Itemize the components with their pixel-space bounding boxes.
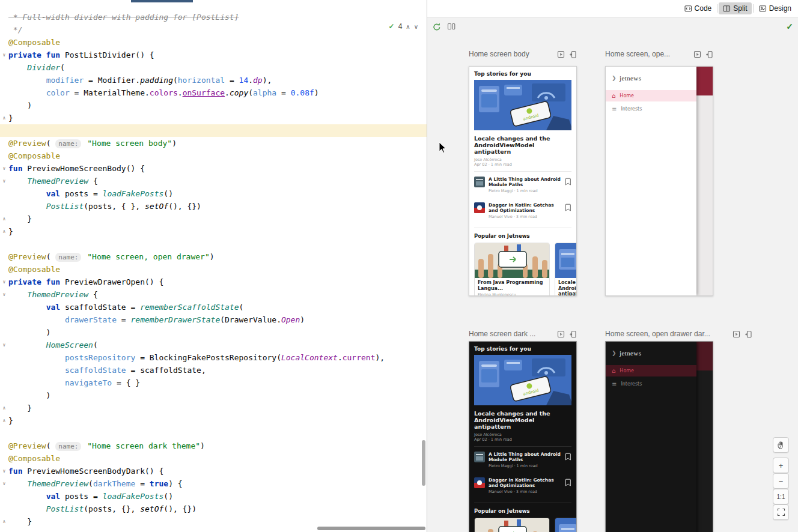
next-highlight-button[interactable]: ∨ — [414, 23, 418, 30]
code-line[interactable]: ∨ ThemedPreview { — [0, 288, 427, 301]
code-line[interactable]: navigateTo = { } — [0, 376, 427, 389]
code-line[interactable]: ∧} — [0, 225, 427, 238]
article-item: Dagger in Kotlin: Gotchas and Optimizati… — [474, 473, 571, 498]
code-line[interactable]: ∧ } — [0, 402, 427, 414]
code-line[interactable]: ) — [0, 99, 427, 112]
deploy-preview-icon[interactable] — [705, 50, 713, 58]
preview-canvas[interactable]: Home screen body Home screen, ope... Hom… — [427, 35, 798, 532]
fold-marker[interactable]: ∨ — [0, 276, 8, 288]
code-line[interactable]: ∧ } — [0, 515, 427, 528]
preview-card-open-drawer-dark[interactable]: ❯ jetnews ⌂ Home ≡ Interests — [605, 341, 713, 532]
active-file-tab-indicator[interactable] — [131, 0, 193, 2]
fold-marker[interactable]: ∨ — [0, 49, 8, 61]
view-mode-design[interactable]: Design — [755, 2, 796, 14]
fold-marker[interactable]: ∨ — [0, 162, 8, 175]
fold-marker[interactable]: ∧ — [0, 213, 8, 225]
preview-label-row: Home screen, open drawer dar... — [605, 329, 752, 339]
view-mode-separator — [717, 4, 717, 13]
popular-section-title: Popular on Jetnews — [474, 233, 571, 239]
interactive-preview-icon[interactable] — [733, 330, 740, 338]
code-line[interactable] — [0, 124, 427, 137]
zoom-ratio-button[interactable]: 1:1 — [773, 489, 789, 504]
interactive-preview-icon[interactable] — [693, 50, 701, 58]
code-line[interactable]: @Preview( name: "Home screen, open drawe… — [0, 250, 427, 263]
inspection-widget[interactable]: ✓ 4 ∧ ∨ — [386, 22, 421, 31]
fold-marker[interactable]: ∨ — [0, 477, 8, 490]
code-line[interactable]: val scaffoldState = rememberScaffoldStat… — [0, 301, 427, 313]
fold-marker[interactable]: ∨ — [0, 339, 8, 351]
interactive-preview-icon[interactable] — [557, 50, 565, 58]
code-line[interactable]: ∨private fun PostListDivider() { — [0, 49, 427, 61]
layout-options-icon[interactable] — [447, 22, 455, 31]
code-line[interactable] — [0, 427, 427, 440]
code-line[interactable]: * Full-width divider with padding for [P… — [0, 11, 427, 23]
code-line[interactable]: val posts = loadFakePosts() — [0, 187, 427, 200]
popular-card-author: Florina Muntenescu — [475, 292, 549, 296]
code-line[interactable]: drawerState = rememberDrawerState(Drawer… — [0, 313, 427, 326]
preview-card-home-screen-open-drawer[interactable]: ❯ jetnews ⌂ Home ≡ Interests — [605, 66, 713, 296]
zoom-in-button[interactable]: + — [773, 458, 789, 473]
hand-icon — [777, 441, 785, 449]
editor-vertical-scrollbar[interactable] — [422, 440, 425, 486]
view-switcher: Code Split Design — [680, 2, 796, 15]
previous-highlight-button[interactable]: ∧ — [406, 23, 410, 30]
fold-marker[interactable]: ∧ — [0, 515, 8, 528]
pan-button[interactable] — [773, 437, 789, 453]
code-line[interactable]: ∨fun PreviewHomeScreenBody() { — [0, 162, 427, 175]
fold-marker[interactable]: ∧ — [0, 112, 8, 124]
fold-marker[interactable]: ∧ — [0, 414, 8, 427]
interactive-preview-icon[interactable] — [557, 330, 565, 338]
deploy-preview-icon[interactable] — [745, 330, 752, 338]
code-line[interactable]: @Composable — [0, 150, 427, 162]
zoom-fit-button[interactable] — [773, 504, 789, 520]
code-line[interactable]: postsRepository = BlockingFakePostsRepos… — [0, 351, 427, 364]
code-line[interactable]: ∨ ThemedPreview(darkTheme = true) { — [0, 477, 427, 490]
view-mode-split[interactable]: Split — [719, 2, 751, 14]
editor-horizontal-scrollbar[interactable] — [317, 527, 425, 530]
code-editor-pane[interactable]: * Full-width divider with padding for [P… — [0, 0, 427, 532]
code-line[interactable]: ∧} — [0, 112, 427, 124]
code-line[interactable]: ∨fun PreviewHomeScreenBodyDark() { — [0, 465, 427, 477]
code-line[interactable]: @Composable — [0, 452, 427, 465]
code-line[interactable]: PostList(posts, { }, setOf(), {}) — [0, 200, 427, 213]
split-view-icon — [723, 5, 731, 13]
code-line[interactable]: @Composable — [0, 263, 427, 276]
view-mode-code[interactable]: Code — [680, 2, 716, 14]
gutter-cell — [0, 351, 8, 364]
refresh-previews-icon[interactable] — [432, 22, 441, 31]
code-line[interactable]: ) — [0, 326, 427, 339]
code-line[interactable]: ) — [0, 389, 427, 402]
home-icon: ⌂ — [612, 93, 615, 99]
view-mode-label: Code — [695, 4, 712, 13]
code-line[interactable]: ∨ HomeScreen( — [0, 339, 427, 351]
gutter-cell — [0, 74, 8, 86]
code-line[interactable]: ∨ ThemedPreview { — [0, 175, 427, 187]
code-line[interactable]: @Composable — [0, 36, 427, 49]
code-line[interactable]: ∧} — [0, 414, 427, 427]
preview-card-home-screen-dark[interactable]: Top stories for you Locale changes and t… — [469, 341, 577, 532]
fold-marker[interactable]: ∨ — [0, 175, 8, 187]
code-line[interactable]: @Preview( name: "Home screen body") — [0, 137, 427, 150]
code-line[interactable]: modifier = Modifier.padding(horizontal =… — [0, 74, 427, 86]
code-line[interactable]: ∨private fun PreviewDrawerOpen() { — [0, 276, 427, 288]
code-line[interactable]: color = MaterialTheme.colors.onSurface.c… — [0, 86, 427, 99]
fold-marker[interactable]: ∧ — [0, 225, 8, 238]
code-line[interactable]: */ — [0, 23, 427, 36]
code-line[interactable]: @Preview( name: "Home screen dark theme"… — [0, 440, 427, 452]
code-line[interactable]: Divider( — [0, 61, 427, 74]
code-lines[interactable]: * Full-width divider with padding for [P… — [0, 0, 427, 528]
code-line[interactable]: PostList(posts, {}, setOf(), {}) — [0, 503, 427, 515]
deploy-preview-icon[interactable] — [569, 50, 577, 58]
fold-marker[interactable]: ∨ — [0, 465, 8, 477]
preview-card-home-screen-body[interactable]: Top stories for you Locale changes and t… — [469, 66, 577, 296]
compose-preview-pane: Code Split Design ✓ Home screen body — [427, 0, 798, 532]
code-line[interactable]: val posts = loadFakePosts() — [0, 490, 427, 503]
code-line[interactable]: scaffoldState = scaffoldState, — [0, 364, 427, 376]
code-line[interactable] — [0, 238, 427, 250]
code-line[interactable]: ∧ } — [0, 213, 427, 225]
fold-marker[interactable]: ∧ — [0, 402, 8, 414]
deploy-preview-icon[interactable] — [569, 330, 577, 338]
drawer-item-label: Interests — [621, 106, 642, 112]
zoom-out-button[interactable]: − — [773, 473, 789, 489]
fold-marker[interactable]: ∨ — [0, 288, 8, 301]
